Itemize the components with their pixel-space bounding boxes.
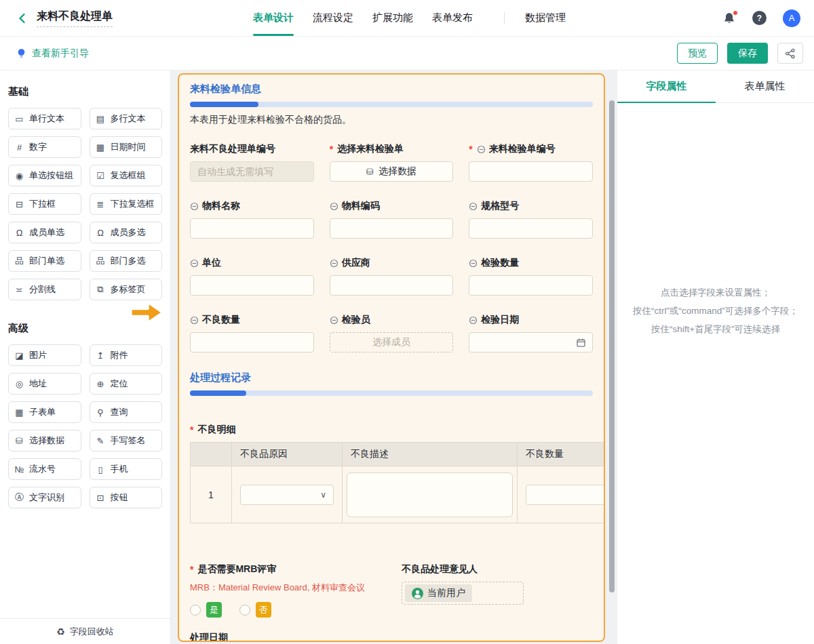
tab-form-properties[interactable]: 表单属性 xyxy=(716,71,814,102)
tab-form-publish[interactable]: 表单发布 xyxy=(432,0,473,36)
radio-icon[interactable] xyxy=(239,605,250,616)
form-description[interactable]: 本表用于处理来料检验不合格的货品。 xyxy=(190,114,593,126)
sidebar-item-ocr[interactable]: Ⓐ文字识别 xyxy=(8,487,81,508)
dept-single-icon: 品 xyxy=(14,255,24,267)
sidebar-item-label: 图片 xyxy=(29,349,47,361)
link-icon xyxy=(477,145,486,154)
field-inspect-qty[interactable]: 检验数量 xyxy=(469,256,593,296)
sidebar-item-multi-line-text[interactable]: ▤多行文本 xyxy=(90,108,163,129)
material-name-input[interactable] xyxy=(190,218,314,239)
sidebar-item-dropdown[interactable]: ⊟下拉框 xyxy=(8,193,81,215)
tab-workflow-settings[interactable]: 流程设定 xyxy=(313,0,353,36)
sidebar-item-datetime[interactable]: ▦日期时间 xyxy=(90,136,163,158)
field-spec-model[interactable]: 规格型号 xyxy=(469,199,593,239)
sidebar-item-multi-tab[interactable]: ⧉多标签页 xyxy=(90,279,163,300)
dropdown-icon: ⊟ xyxy=(14,199,24,209)
save-button[interactable]: 保存 xyxy=(727,43,768,64)
sidebar-item-label: 数字 xyxy=(29,141,47,153)
share-button[interactable] xyxy=(777,43,803,64)
form-canvas[interactable]: 来料检验单信息 本表用于处理来料检验不合格的货品。 来料不良处理单编号 选择来料… xyxy=(178,73,605,642)
mrb-option-no[interactable]: 否 xyxy=(239,602,271,618)
defect-desc-textarea[interactable] xyxy=(347,472,513,517)
beginner-guide-link[interactable]: 查看新手引导 xyxy=(16,47,89,60)
inspection-no-input[interactable] xyxy=(469,161,593,182)
tab-data-management[interactable]: 数据管理 xyxy=(525,0,566,36)
defect-qty-input[interactable] xyxy=(190,332,314,353)
field-select-inspection[interactable]: 选择来料检验单 ⛁ 选择数据 xyxy=(330,142,454,182)
spec-model-input[interactable] xyxy=(469,218,593,239)
preview-button[interactable]: 预览 xyxy=(677,43,718,64)
sidebar-item-label: 查询 xyxy=(111,406,128,418)
field-material-code[interactable]: 物料编码 xyxy=(330,199,454,239)
field-supplier[interactable]: 供应商 xyxy=(330,256,454,296)
field-recycle-bin[interactable]: ♻ 字段回收站 xyxy=(0,618,170,644)
field-material-name[interactable]: 物料名称 xyxy=(190,199,314,239)
sidebar-item-dept-single[interactable]: 品部门单选 xyxy=(8,250,81,272)
current-user-chip[interactable]: 当前用户 xyxy=(405,584,472,602)
sidebar-item-dept-multi[interactable]: 品部门多选 xyxy=(90,250,163,272)
tab-form-design[interactable]: 表单设计 xyxy=(253,0,294,36)
database-icon: ⛁ xyxy=(366,167,374,177)
field-unit[interactable]: 单位 xyxy=(190,256,314,296)
sidebar-item-member-single[interactable]: Ω成员单选 xyxy=(8,222,81,243)
sidebar-item-member-multi[interactable]: Ω成员多选 xyxy=(90,222,163,243)
field-serial-no[interactable]: 来料不良处理单编号 xyxy=(190,142,314,182)
sidebar-item-address[interactable]: ◎地址 xyxy=(8,373,81,395)
subform-table[interactable]: 不良品原因 不良描述 不良数量 1 ∨ xyxy=(190,442,605,523)
field-opinion-person[interactable]: 不良品处理意见人 当前用户 xyxy=(402,563,524,618)
sidebar-item-location[interactable]: ⊕定位 xyxy=(90,373,163,395)
sidebar-item-button[interactable]: ⊡按钮 xyxy=(90,487,163,508)
sidebar-item-radio-group[interactable]: ◉单选按钮组 xyxy=(8,165,81,186)
select-data-button[interactable]: ⛁ 选择数据 xyxy=(330,161,454,182)
sidebar-item-query[interactable]: ⚲查询 xyxy=(90,401,163,423)
sidebar-item-label: 单选按钮组 xyxy=(29,169,73,182)
sidebar-item-multi-dropdown[interactable]: ≣下拉复选框 xyxy=(90,193,163,215)
canvas-area: 来料检验单信息 本表用于处理来料检验不合格的货品。 来料不良处理单编号 选择来料… xyxy=(171,71,617,644)
mrb-option-yes[interactable]: 是 xyxy=(190,602,222,618)
material-code-input[interactable] xyxy=(330,218,454,239)
sidebar-item-signature[interactable]: ✎手写签名 xyxy=(90,430,163,451)
inspect-qty-input[interactable] xyxy=(469,275,593,296)
defect-reason-select[interactable]: ∨ xyxy=(240,485,334,505)
sidebar-item-label: 流水号 xyxy=(29,463,56,475)
sidebar-item-image[interactable]: ◪图片 xyxy=(8,344,81,366)
sidebar-item-phone[interactable]: ▯手机 xyxy=(90,458,163,480)
field-inspector[interactable]: 检验员 选择成员 xyxy=(330,313,454,353)
notification-bell-icon[interactable] xyxy=(722,12,736,25)
avatar[interactable]: A xyxy=(783,9,800,27)
tab-extensions[interactable]: 扩展功能 xyxy=(372,0,413,36)
tab-field-properties[interactable]: 字段属性 xyxy=(617,71,716,102)
sidebar-item-checkbox-group[interactable]: ☑复选框组 xyxy=(90,165,163,186)
member-picker[interactable]: 选择成员 xyxy=(330,332,454,353)
sidebar-item-label: 部门单选 xyxy=(29,255,64,267)
sidebar-item-number[interactable]: #数字 xyxy=(8,136,81,158)
sidebar-item-subform[interactable]: ▦子表单 xyxy=(8,401,81,423)
field-defect-qty[interactable]: 不良数量 xyxy=(190,313,314,353)
opinion-member-picker[interactable]: 当前用户 xyxy=(402,582,524,605)
serial-no-input[interactable] xyxy=(190,161,314,182)
back-icon[interactable] xyxy=(14,9,31,27)
sidebar-item-divider[interactable]: ≍分割线 xyxy=(8,279,81,300)
defect-qty-cell-input[interactable] xyxy=(526,485,605,505)
sidebar-item-serial-number[interactable]: №流水号 xyxy=(8,458,81,480)
field-label: 规格型号 xyxy=(469,199,593,213)
field-inspection-no[interactable]: 来料检验单编号 xyxy=(469,142,593,182)
sidebar-item-select-data[interactable]: ⛁选择数据 xyxy=(8,430,81,451)
sidebar-item-attachment[interactable]: ↥附件 xyxy=(90,344,163,366)
unit-input[interactable] xyxy=(190,275,314,296)
field-mrb-review[interactable]: 是否需要MRB评审 MRB：Material Review Board, 材料审… xyxy=(190,563,402,618)
field-label: 检验员 xyxy=(330,313,454,327)
form-section-title-process[interactable]: 处理过程记录 xyxy=(190,371,593,384)
inspect-date-input[interactable] xyxy=(469,332,593,353)
sidebar-item-label: 复选框组 xyxy=(111,169,146,182)
field-label: 单位 xyxy=(190,256,314,270)
supplier-input[interactable] xyxy=(330,275,454,296)
help-icon[interactable]: ? xyxy=(752,11,767,25)
field-inspect-date[interactable]: 检验日期 xyxy=(469,313,593,353)
sidebar-item-single-line-text[interactable]: ▭单行文本 xyxy=(8,108,81,129)
canvas-scrollbar[interactable] xyxy=(609,100,615,592)
field-process-date[interactable]: 处理日期 2024-06-17 xyxy=(190,631,593,642)
radio-icon[interactable] xyxy=(190,605,201,616)
field-label-text: 不良明细 xyxy=(197,424,235,436)
form-section-title-info[interactable]: 来料检验单信息 xyxy=(190,83,593,96)
